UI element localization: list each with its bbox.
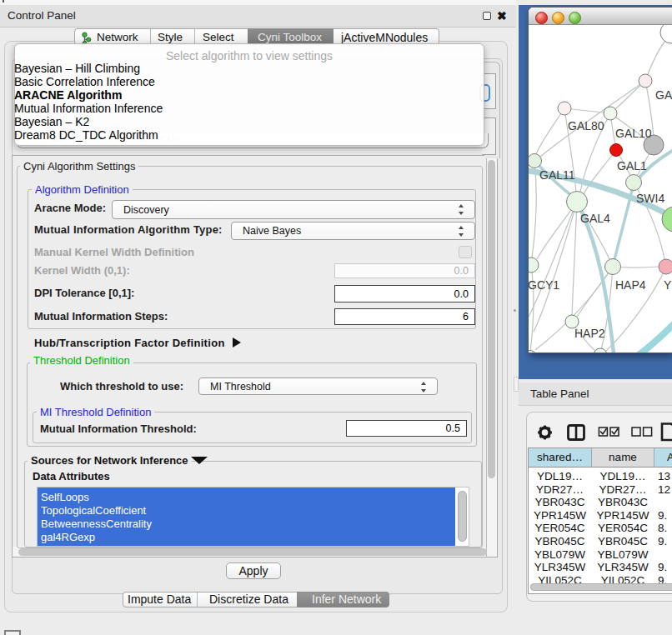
- svg-text:GAL11: GAL11: [539, 168, 575, 182]
- svg-text:GCY1: GCY1: [529, 278, 559, 292]
- svg-text:HAP2: HAP2: [574, 327, 605, 340]
- svg-text:GAL80: GAL80: [568, 119, 604, 132]
- svg-text:SWI4: SWI4: [636, 192, 664, 205]
- svg-text:HAP4: HAP4: [615, 278, 646, 292]
- svg-text:GAL10: GAL10: [615, 127, 652, 140]
- svg-text:GAL2: GAL2: [655, 88, 672, 102]
- svg-text:GAL4: GAL4: [580, 212, 610, 225]
- svg-text:YD: YD: [664, 278, 672, 292]
- svg-text:GAL1: GAL1: [617, 159, 647, 172]
